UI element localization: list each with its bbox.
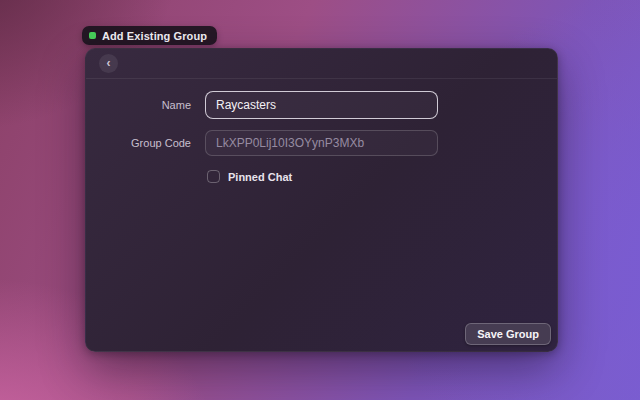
add-group-window: ‹ Name Group Code Pinned Chat Save Group: [85, 48, 558, 352]
back-button[interactable]: ‹: [99, 54, 118, 73]
chevron-left-icon: ‹: [107, 57, 111, 69]
name-label: Name: [86, 99, 191, 111]
name-field-row: Name: [86, 91, 557, 119]
name-input[interactable]: [205, 91, 438, 119]
add-group-form: Name Group Code Pinned Chat: [86, 79, 557, 183]
pinned-chat-label: Pinned Chat: [228, 171, 292, 183]
command-tag-label: Add Existing Group: [102, 30, 207, 42]
group-code-input[interactable]: [205, 130, 438, 156]
window-titlebar: ‹: [86, 49, 557, 79]
desktop-background: Add Existing Group ‹ Name Group Code Pin…: [0, 0, 640, 400]
status-indicator-icon: [89, 32, 96, 39]
pinned-chat-row: Pinned Chat: [86, 170, 557, 183]
save-group-button[interactable]: Save Group: [465, 323, 551, 345]
group-code-field-row: Group Code: [86, 130, 557, 156]
command-tag-pill: Add Existing Group: [82, 26, 217, 45]
pinned-chat-checkbox[interactable]: [207, 170, 220, 183]
group-code-label: Group Code: [86, 137, 191, 149]
